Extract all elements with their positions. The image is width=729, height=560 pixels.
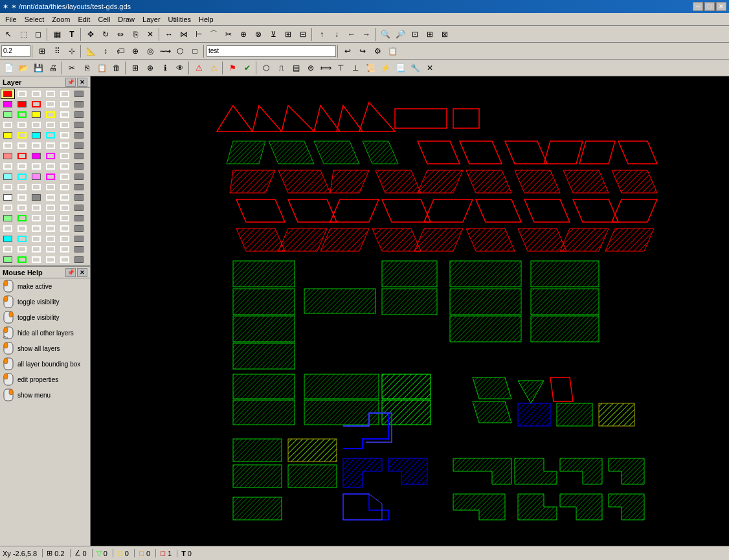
cell-name-input[interactable]: [207, 45, 336, 57]
layer-cell[interactable]: [29, 161, 43, 172]
tb-label[interactable]: 🏷: [113, 44, 128, 58]
menu-file[interactable]: File: [1, 14, 21, 25]
layer-cell[interactable]: [1, 254, 15, 265]
minimize-button[interactable]: ─: [693, 2, 703, 11]
tb-xor[interactable]: ⊻: [266, 27, 280, 41]
tb-select-area[interactable]: ◻: [31, 27, 45, 41]
layer-cell[interactable]: [43, 172, 58, 182]
layer-cell[interactable]: [72, 254, 86, 265]
layer-pin[interactable]: 📌: [65, 78, 76, 87]
layer-cell[interactable]: [43, 223, 58, 234]
layer-cell[interactable]: [1, 120, 15, 130]
tb-ruler[interactable]: 📐: [84, 44, 98, 58]
layer-cell[interactable]: [29, 254, 43, 265]
tb-lvs[interactable]: ⎍: [274, 61, 288, 75]
tb-cell-prop[interactable]: ℹ: [158, 61, 172, 75]
tb-poly[interactable]: ⬡: [173, 44, 187, 58]
tb-flat[interactable]: ⊥: [348, 61, 363, 75]
tb-snap[interactable]: ⊹: [65, 44, 79, 58]
layer-cell[interactable]: [43, 254, 58, 265]
layer-cell[interactable]: [58, 99, 72, 109]
layer-cell[interactable]: [58, 172, 72, 182]
layer-cell[interactable]: [72, 151, 86, 161]
layer-cell[interactable]: [15, 254, 29, 265]
layer-cell[interactable]: [29, 203, 43, 213]
layer-cell[interactable]: [29, 89, 43, 99]
tb-drc[interactable]: ⬡: [259, 61, 273, 75]
tb-split[interactable]: ⊢: [192, 27, 206, 41]
layer-cell[interactable]: [43, 89, 58, 99]
tb-left[interactable]: ←: [344, 27, 359, 41]
layer-cell[interactable]: [58, 89, 72, 99]
tb-check[interactable]: ✔: [240, 61, 254, 75]
layer-cell[interactable]: [43, 140, 58, 151]
tb-zoom-fit[interactable]: ⊡: [408, 27, 422, 41]
tb-tech[interactable]: 🔧: [408, 61, 422, 75]
layer-cell[interactable]: [1, 109, 15, 120]
layer-cell[interactable]: [1, 99, 15, 109]
layer-cell[interactable]: [43, 99, 58, 109]
tb-arrow[interactable]: ↖: [1, 27, 16, 41]
tb-copy2[interactable]: ⎘: [80, 61, 94, 75]
layer-cell[interactable]: [29, 223, 43, 234]
tb-zoom-out[interactable]: 🔎: [393, 27, 407, 41]
tb-rect[interactable]: □: [188, 44, 202, 58]
layer-cell[interactable]: [15, 99, 29, 109]
menu-select[interactable]: Select: [21, 14, 49, 25]
layer-cell[interactable]: [58, 161, 72, 172]
tb-flag[interactable]: ⚑: [225, 61, 240, 75]
layer-cell[interactable]: [29, 130, 43, 140]
tb-grid-toggle[interactable]: ⊞: [35, 44, 49, 58]
tb-intersect[interactable]: ⊗: [251, 27, 265, 41]
layer-cell[interactable]: [29, 99, 43, 109]
layer-cell[interactable]: [43, 213, 58, 223]
layer-cell[interactable]: [29, 172, 43, 182]
tb-redo[interactable]: ↪: [355, 44, 370, 58]
tb-close-x[interactable]: ✕: [423, 61, 437, 75]
layer-cell[interactable]: [29, 192, 43, 203]
layer-cell[interactable]: [29, 213, 43, 223]
layer-cell[interactable]: [58, 130, 72, 140]
layer-cell[interactable]: [15, 120, 29, 130]
menu-zoom[interactable]: Zoom: [48, 14, 74, 25]
tb-undo[interactable]: ↩: [341, 44, 355, 58]
tb-macro[interactable]: ⚡: [378, 61, 392, 75]
layer-cell[interactable]: [58, 140, 72, 151]
tb-dim[interactable]: ↕: [98, 44, 113, 58]
tb-stretch[interactable]: ↔: [162, 27, 176, 41]
layer-cell[interactable]: [58, 213, 72, 223]
layer-cell[interactable]: [58, 234, 72, 244]
layer-cell[interactable]: [15, 203, 29, 213]
menu-utilities[interactable]: Utilities: [164, 14, 195, 25]
tb-new[interactable]: 📄: [1, 61, 16, 75]
layer-cell[interactable]: [58, 151, 72, 161]
layer-cell[interactable]: [1, 89, 15, 99]
layer-cell[interactable]: [15, 151, 29, 161]
layer-cell[interactable]: [15, 89, 29, 99]
canvas-area[interactable]: [91, 76, 729, 546]
layer-cell[interactable]: [1, 161, 15, 172]
tb-zoom-next[interactable]: ⊠: [438, 27, 452, 41]
layer-cell[interactable]: [1, 244, 15, 254]
layer-cell[interactable]: [72, 140, 86, 151]
tb-cell-open[interactable]: ⊞: [128, 61, 142, 75]
tb-zoom-in[interactable]: 🔍: [378, 27, 392, 41]
layer-cell[interactable]: [29, 140, 43, 151]
layer-cell[interactable]: [43, 244, 58, 254]
layer-cell[interactable]: [29, 234, 43, 244]
layer-cell[interactable]: [72, 192, 86, 203]
tb-grid-dots[interactable]: ⠿: [50, 44, 64, 58]
tb-cut[interactable]: ✂: [65, 61, 79, 75]
layer-cell[interactable]: [15, 213, 29, 223]
tb-merge[interactable]: ⊕: [236, 27, 251, 41]
layer-cell[interactable]: [1, 182, 15, 192]
layer-cell[interactable]: [15, 182, 29, 192]
layer-cell[interactable]: [1, 192, 15, 203]
tb-paste[interactable]: 📋: [95, 61, 109, 75]
layer-cell[interactable]: [58, 203, 72, 213]
layer-cell[interactable]: [15, 244, 29, 254]
layer-cell[interactable]: [1, 151, 15, 161]
tb-layer-grid[interactable]: ▦: [50, 27, 64, 41]
layer-cell[interactable]: [72, 223, 86, 234]
tb-print[interactable]: 🖨: [46, 61, 60, 75]
